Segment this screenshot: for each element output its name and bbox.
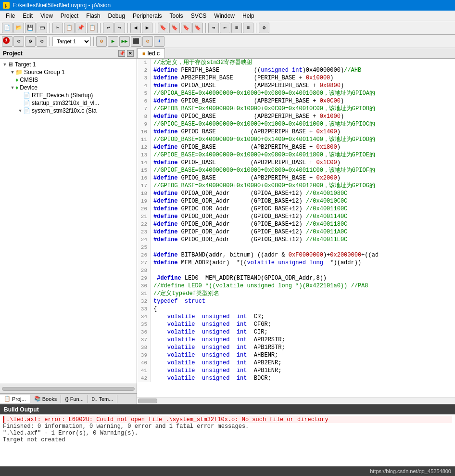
bookmark2-btn[interactable]: 🔖 [169, 23, 180, 33]
tab-proj-icon: 📋 [4, 396, 11, 402]
tree-item-rte[interactable]: 📄 RTE_Device.h (Startup) [2, 91, 135, 99]
code-line-25: 25 [137, 244, 455, 251]
project-tree: ▼ 🖥 Target 1 ▼ 📁 Source Group 1 ♦ CMSIS … [0, 59, 137, 384]
tab-fun-icon: {} [65, 396, 68, 402]
tab-tem[interactable]: 0↓ Tem... [88, 395, 118, 403]
cut-btn[interactable]: ✂ [52, 23, 63, 33]
hscroll-thumb[interactable] [138, 399, 157, 403]
tab-led-filename: led.c [148, 50, 160, 57]
debug-btn[interactable]: ▶▶ [119, 36, 130, 47]
tab-proj[interactable]: 📋 Proj... [0, 395, 30, 403]
tree-item-target1[interactable]: ▼ 🖥 Target 1 [2, 61, 135, 68]
tree-item-cmsis[interactable]: ♦ CMSIS [2, 76, 135, 84]
nav-fwd-btn[interactable]: ▶ [142, 23, 152, 33]
device-label: Device [20, 84, 38, 91]
bookmark4-btn[interactable]: 🔖 [192, 23, 203, 33]
code-line-28: 28 [137, 267, 455, 274]
menu-item-flash[interactable]: Flash [82, 12, 104, 20]
expand-target1[interactable]: ▼ [2, 62, 8, 67]
menu-item-svcs[interactable]: SVCS [187, 12, 211, 20]
code-line-39: 39 volatile unsigned int AHBENR; [137, 351, 455, 359]
target-select[interactable]: Target 1 [52, 37, 91, 46]
indent4-btn[interactable]: ≡ [243, 23, 253, 33]
hscroll-bar[interactable] [2, 387, 135, 391]
startup-label: startup_stm32f10x_ld_vl... [32, 100, 99, 106]
indent3-btn[interactable]: ≡ [231, 23, 242, 33]
menu-item-edit[interactable]: Edit [19, 12, 37, 20]
panel-close-btn[interactable]: ✕ [127, 50, 134, 57]
tab-led-icon: ■ [142, 51, 146, 56]
indent2-btn[interactable]: ⇤ [220, 23, 230, 33]
code-hscroll[interactable] [137, 397, 455, 404]
code-tab-led[interactable]: ■ led.c [137, 48, 165, 58]
compile-btn[interactable]: ▶ [108, 36, 118, 47]
redo-btn[interactable]: ↪ [114, 23, 125, 33]
tb2-btn2[interactable]: ⚙ [25, 36, 36, 47]
build-btn[interactable]: ⚙ [96, 36, 107, 47]
build-normal-text-2: ".\led.axf" - 1 Error(s), 0 Warning(s). [3, 430, 138, 437]
build-output-title: Build Output [4, 406, 39, 413]
code-panel: ■ led.c 1 //宏定义，用于存放stm32寄存器映射 2 #define… [137, 48, 455, 404]
sep3 [127, 23, 128, 33]
run-btn[interactable]: ⚙ [142, 36, 153, 47]
build-output-content[interactable]: .\led.axf: error: L6002U: Could not open… [0, 414, 455, 466]
code-line-12: 12 #define GPIOE_BASE (APB2PERIPH_BASE +… [137, 143, 455, 151]
code-line-3: 3 #define APB2PERIPH_BASE (PERIPH_BASE +… [137, 74, 455, 82]
code-content[interactable]: 1 //宏定义，用于存放stm32寄存器映射 2 #define PERIPH_… [137, 59, 455, 397]
system-label: system_stm32f10x.c (Sta [32, 107, 97, 114]
bookmark-btn[interactable]: 🔖 [158, 23, 168, 33]
title-text: F:\keiltest\keil5\led\led.uvproj - µVisi… [13, 2, 111, 9]
project-title: Project [3, 50, 23, 57]
flash-btn[interactable]: ⬇ [154, 36, 164, 47]
open-btn[interactable]: 📂 [13, 23, 24, 33]
tab-fun[interactable]: {} Fun... [61, 395, 88, 403]
menu-item-file[interactable]: File [2, 12, 19, 20]
badge-wrapper: 📁 1 [2, 36, 13, 47]
tab-books[interactable]: 📚 Books [30, 395, 62, 403]
build-line-3: Target not created [3, 437, 452, 443]
save-btn[interactable]: 💾 [25, 23, 36, 33]
paste-btn[interactable]: 📌 [76, 23, 86, 33]
indent-btn[interactable]: ⇥ [208, 23, 219, 33]
menu-item-project[interactable]: Project [57, 12, 82, 20]
menu-item-view[interactable]: View [37, 12, 57, 20]
tb2-btn3[interactable]: ⚙ [37, 36, 47, 47]
cmsis-label: CMSIS [20, 77, 38, 83]
new-btn[interactable]: 📄 [2, 23, 13, 33]
stop-btn[interactable]: ⬛ [131, 36, 141, 47]
expand-sourcegroup[interactable]: ▼ [10, 69, 15, 75]
tb2-btn1[interactable]: ⚙ [13, 36, 24, 47]
expand-device[interactable]: ▼ [10, 85, 15, 90]
app-icon: μ [3, 2, 10, 9]
menu-item-help[interactable]: Help [239, 12, 258, 20]
code-line-40: 40 volatile unsigned int APB2ENR; [137, 359, 455, 367]
rte-label: RTE_Device.h (Startup) [32, 92, 93, 99]
tree-item-system[interactable]: ▼ 📄 system_stm32f10x.c (Sta [2, 107, 135, 115]
copy-btn[interactable]: 📋 [64, 23, 75, 33]
menu-bar: FileEditViewProjectFlashDebugPeripherals… [0, 11, 455, 21]
tab-books-icon: 📚 [34, 396, 41, 402]
code-line-4: 4 #define GPIOA_BASE (APB2PERIPH_BASE + … [137, 82, 455, 90]
tree-item-startup[interactable]: 📄 startup_stm32f10x_ld_vl... [2, 99, 135, 107]
menu-item-tools[interactable]: Tools [166, 12, 187, 20]
nav-back-btn[interactable]: ◀ [130, 23, 141, 33]
code-line-19: 19 #define GPIOB_ODR_Addr (GPIOB_BASE+12… [137, 197, 455, 205]
build-error-text: .\led.axf: error: L6002U: Could not open… [6, 416, 329, 423]
code-line-29: 29 #define LED0 MEM_ADDR(BITBAND(GPIOA_O… [137, 274, 455, 282]
undo-btn[interactable]: ↩ [103, 23, 114, 33]
config-btn[interactable]: ⚙ [259, 23, 269, 33]
menu-item-debug[interactable]: Debug [104, 12, 129, 20]
menu-item-window[interactable]: Window [210, 12, 239, 20]
bookmark3-btn[interactable]: 🔖 [181, 23, 191, 33]
code-line-24: 24 #define GPIOG_ODR_Addr (GPIOG_BASE+12… [137, 236, 455, 244]
tree-item-device[interactable]: ▼ ♦ Device [2, 84, 135, 91]
sourcegroup-label: Source Group 1 [24, 69, 65, 76]
paste2-btn[interactable]: 📋 [87, 23, 98, 33]
code-line-14: 14 #define GPIOF_BASE (APB2PERIPH_BASE +… [137, 159, 455, 167]
menu-item-peripherals[interactable]: Peripherals [129, 12, 166, 20]
tree-item-sourcegroup[interactable]: ▼ 📁 Source Group 1 [2, 68, 135, 76]
expand-system[interactable]: ▼ [17, 108, 23, 114]
panel-pin-btn[interactable]: 📌 [118, 50, 125, 57]
code-line-2: 2 #define PERIPH_BASE ((unsigned int)0x4… [137, 66, 455, 74]
save-all-btn[interactable]: 🗃 [37, 23, 47, 33]
